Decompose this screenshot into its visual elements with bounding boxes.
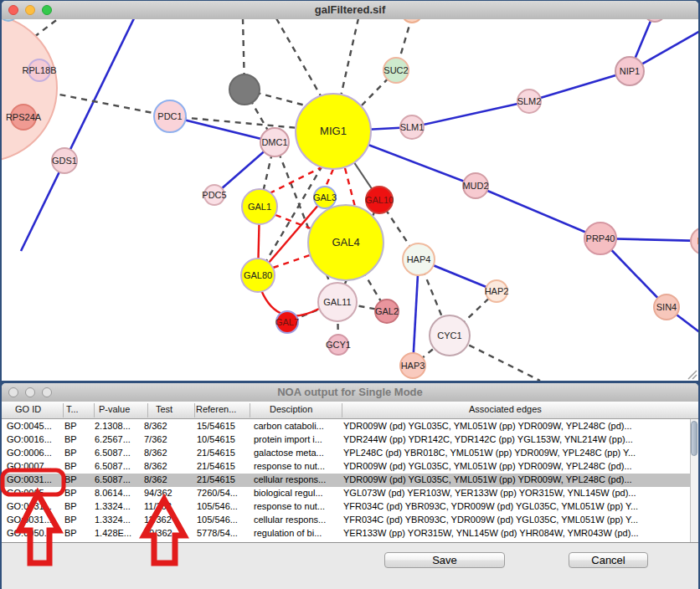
resize-grip-icon[interactable] — [688, 371, 697, 379]
column-header-go[interactable]: GO ID — [15, 404, 41, 414]
network-canvas-area[interactable]: RPL18BRPS24AGDS1PDC1DMC1MIG1SUC2SLM1SLM2… — [2, 19, 698, 381]
node-label-SUC2: SUC2 — [383, 65, 408, 75]
column-separator[interactable] — [250, 403, 250, 417]
column-header-edges[interactable]: Associated edges — [469, 404, 542, 414]
table-row[interactable]: GO:0050...BP1.428E...80/3625778/54...reg… — [2, 527, 690, 540]
network-edge — [341, 19, 358, 96]
node-label-GDS1: GDS1 — [52, 156, 77, 166]
column-separator[interactable] — [342, 403, 342, 417]
column-separator[interactable] — [63, 403, 64, 417]
table-row[interactable]: GO:0031...BP1.3324...11/362105/546...cel… — [2, 514, 690, 527]
cell-edges: YDR009W (pd) YGL035C, YML051W (pp) YDR00… — [343, 421, 632, 431]
network-edge — [276, 19, 322, 99]
table-row[interactable]: GO:0016...BP6.2567...7/36210/54615protei… — [2, 433, 690, 447]
noa-window-titlebar[interactable]: NOA output for Single Mode — [2, 383, 698, 402]
table-row[interactable]: GO:0006...BP6.5087...8/36221/54615galact… — [2, 447, 690, 460]
column-header-desc[interactable]: Desciption — [270, 404, 312, 414]
node-label-NIP1: NIP1 — [620, 66, 640, 76]
node-top-right-partial[interactable] — [644, 19, 666, 22]
cell-type: BP — [64, 515, 77, 525]
cell-edges: YPL248C (pd) YBR018C, YML051W (pp) YDR00… — [343, 448, 636, 458]
table-row[interactable]: GO:0031...BP1.3324...11/362105/546...res… — [2, 500, 690, 514]
cell-desc: regulation of bi... — [254, 528, 322, 538]
minimize-button-icon[interactable] — [25, 5, 35, 15]
node-label-GAL4: GAL4 — [332, 236, 359, 248]
cell-type: BP — [64, 528, 77, 538]
column-header-test[interactable]: Test — [156, 404, 172, 414]
table-row[interactable]: GO:0065...BP8.0614...94/3627260/54...bio… — [2, 487, 690, 500]
column-header-type[interactable]: T... — [66, 404, 79, 414]
network-edge — [270, 166, 323, 193]
node-label-GAL11: GAL11 — [323, 297, 351, 307]
cell-type: BP — [64, 421, 77, 431]
column-separator[interactable] — [94, 403, 95, 417]
cell-edges: YDR244W (pp) YDR142C, YDR142C (pp) YGL15… — [343, 434, 633, 444]
cell-test: 80/362 — [144, 528, 172, 538]
zoom-button-icon[interactable] — [42, 387, 52, 397]
network-edge — [476, 186, 600, 238]
table-row[interactable]: GO:0007...BP6.5087...8/36221/54615respon… — [2, 460, 690, 474]
cell-desc: biological regul... — [254, 488, 323, 498]
minimize-button-icon[interactable] — [25, 387, 35, 397]
network-canvas: RPL18BRPS24AGDS1PDC1DMC1MIG1SUC2SLM1SLM2… — [2, 19, 698, 381]
cell-go: GO:0007... — [7, 461, 52, 471]
cell-p: 2.1308... — [95, 421, 131, 431]
save-button[interactable]: Save — [384, 552, 505, 568]
network-edge — [529, 71, 630, 101]
node-big-left[interactable] — [2, 19, 57, 161]
cell-edges: YER133W (pp) YOR315W, YNL145W (pd) YHR08… — [343, 528, 639, 538]
zoom-button-icon[interactable] — [42, 5, 52, 15]
cell-go: GO:0031... — [7, 501, 52, 511]
cell-p: 1.428E... — [95, 528, 131, 538]
cell-test: 11/362 — [144, 501, 172, 511]
node-label-GAL7: GAL7 — [275, 317, 299, 327]
cell-p: 6.5087... — [95, 448, 131, 458]
node-label-SIN4: SIN4 — [656, 302, 677, 312]
column-header-ref[interactable]: Referen... — [196, 404, 236, 414]
cell-go: GO:0031... — [7, 515, 52, 525]
node-label-GAL1: GAL1 — [248, 202, 271, 212]
cell-ref: 21/54615 — [197, 461, 235, 471]
column-separator[interactable] — [147, 403, 148, 417]
close-button-icon[interactable] — [8, 5, 18, 15]
cell-test: 8/362 — [144, 461, 167, 471]
node-label-DMC1: DMC1 — [261, 137, 287, 147]
cell-type: BP — [64, 434, 77, 444]
cell-ref: 10/54615 — [197, 434, 235, 444]
cell-edges: YDR009W (pd) YGL035C, YML051W (pp) YDR00… — [343, 461, 632, 471]
node-top-mid-partial[interactable] — [402, 19, 422, 23]
cell-go: GO:0045... — [7, 421, 52, 431]
cell-type: BP — [64, 474, 77, 484]
cell-test: 11/362 — [144, 515, 172, 525]
column-separator[interactable] — [194, 403, 195, 417]
node-label-MS-partial: MS — [697, 236, 698, 246]
cell-type: BP — [64, 461, 77, 471]
cell-desc: response to nut... — [254, 501, 325, 511]
table-row[interactable]: GO:0045...BP2.1308...8/36215/54615carbon… — [2, 420, 690, 433]
cell-p: 8.0614... — [95, 488, 131, 498]
cell-test: 7/362 — [144, 434, 167, 444]
close-button-icon[interactable] — [8, 387, 18, 397]
node-label-MUD2: MUD2 — [462, 181, 488, 191]
network-window-titlebar[interactable]: galFiltered.sif — [2, 1, 698, 20]
noa-window-title: NOA output for Single Mode — [2, 383, 698, 402]
cell-type: BP — [64, 448, 77, 458]
node-label-HAP2: HAP2 — [485, 286, 509, 296]
node-label-GAL10: GAL10 — [365, 195, 394, 205]
cell-type: BP — [64, 488, 77, 498]
table-bottom-border — [2, 542, 698, 543]
node-label-RPS24A: RPS24A — [6, 112, 42, 122]
node-label-GAL80: GAL80 — [244, 270, 272, 280]
cancel-button[interactable]: Cancel — [569, 552, 648, 568]
node-label-CYC1: CYC1 — [437, 330, 461, 341]
network-edge — [273, 255, 310, 268]
column-header-p[interactable]: P-value — [99, 404, 130, 414]
cell-desc: cellular respons... — [254, 474, 326, 484]
node-gray-node[interactable] — [229, 74, 260, 105]
table-row[interactable]: GO:0031...BP6.5087...8/36221/54615cellul… — [2, 474, 690, 487]
cell-edges: YDR009W (pd) YGL035C, YML051W (pp) YDR00… — [343, 474, 632, 484]
cell-go: GO:0050... — [7, 528, 52, 538]
scrollbar-thumb[interactable] — [691, 421, 697, 456]
network-edge — [412, 101, 529, 127]
cell-test: 8/362 — [144, 474, 167, 484]
